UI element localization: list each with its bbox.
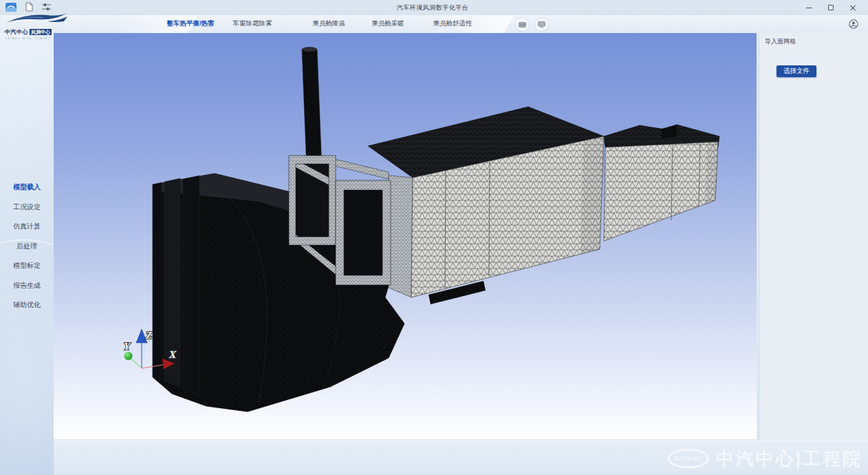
sidebar-item-model-load[interactable]: 模型载入 — [0, 178, 54, 198]
document-icon[interactable] — [25, 2, 33, 12]
titlebar: 汽车环境风洞数字化平台 — [0, 0, 868, 15]
window-title: 汽车环境风洞数字化平台 — [397, 3, 469, 12]
user-account-icon[interactable] — [849, 19, 858, 29]
tab-cabin-comfort[interactable]: 乘员舱舒适性 — [433, 19, 473, 28]
logo-badge: 风洞中心 — [30, 29, 52, 35]
z-axis-label: Z — [145, 330, 152, 341]
mesh-model-right-extension — [604, 125, 719, 241]
sidebar-item-auxiliary-optimization[interactable]: 辅助优化 — [0, 295, 54, 315]
import-surface-mesh-label: 导入面网格 — [765, 37, 796, 46]
close-button[interactable] — [842, 0, 864, 15]
display-icon — [538, 21, 545, 28]
app-window: 汽车环境风洞数字化平台 整车热平衡/热害 车窗除霜除雾 乘员舱降温 乘员舱采暖 … — [0, 0, 868, 475]
logo-name: 中汽中心 — [5, 28, 28, 36]
header-tool-button[interactable] — [535, 18, 548, 31]
viewport-3d[interactable]: Z Y X — [54, 33, 757, 439]
catarc-oval-logo: CATARC — [668, 448, 709, 468]
sidebar-item-post-processing[interactable]: 后处理 — [0, 237, 54, 257]
tune-settings-icon[interactable] — [42, 3, 51, 11]
tab-window-defrost-defog[interactable]: 车窗除霜除雾 — [233, 19, 272, 28]
app-icon — [6, 3, 17, 12]
footer: CATARC 中汽中心|工程院 — [54, 441, 868, 475]
minimize-button[interactable] — [798, 0, 820, 15]
footer-brand-text: 中汽中心|工程院 — [716, 446, 862, 470]
mesh-model-canvas: Z Y X — [54, 33, 757, 439]
sidebar-item-report-generation[interactable]: 报告生成 — [0, 276, 54, 296]
mesh-model-main-box — [368, 107, 604, 304]
sidebar: 模型载入 工况设定 仿真计算 后处理 模型标定 报告生成 辅助优化 — [0, 33, 54, 475]
keyboard-icon — [519, 22, 526, 28]
x-axis-label: X — [169, 349, 177, 360]
right-panel: 导入面网格 选择文件 — [759, 33, 868, 441]
logo-subtitle: CATARC WIND TUNNEL — [5, 36, 71, 40]
y-axis-label: Y — [124, 341, 131, 352]
car-swoosh-icon — [5, 12, 68, 27]
choose-file-button[interactable]: 选择文件 — [777, 65, 816, 77]
tab-cabin-cooldown[interactable]: 乘员舱降温 — [312, 19, 345, 28]
tab-cabin-heating[interactable]: 乘员舱采暖 — [371, 19, 404, 28]
sidebar-item-simulation-compute[interactable]: 仿真计算 — [0, 217, 54, 237]
tab-vehicle-thermal-balance[interactable]: 整车热平衡/热害 — [166, 19, 214, 28]
header-tool-button[interactable] — [516, 18, 529, 31]
maximize-button[interactable] — [820, 0, 842, 15]
main-tab-bar: 整车热平衡/热害 车窗除霜除雾 乘员舱降温 乘员舱采暖 乘员舱舒适性 — [0, 15, 868, 33]
sidebar-item-model-calibration[interactable]: 模型标定 — [0, 256, 54, 276]
sidebar-item-condition-setting[interactable]: 工况设定 — [0, 198, 54, 218]
footer-brandmark: CATARC 中汽中心|工程院 — [668, 446, 862, 470]
brand-logo: 中汽中心 风洞中心 CATARC WIND TUNNEL — [5, 12, 71, 40]
y-axis-ball — [124, 352, 133, 360]
